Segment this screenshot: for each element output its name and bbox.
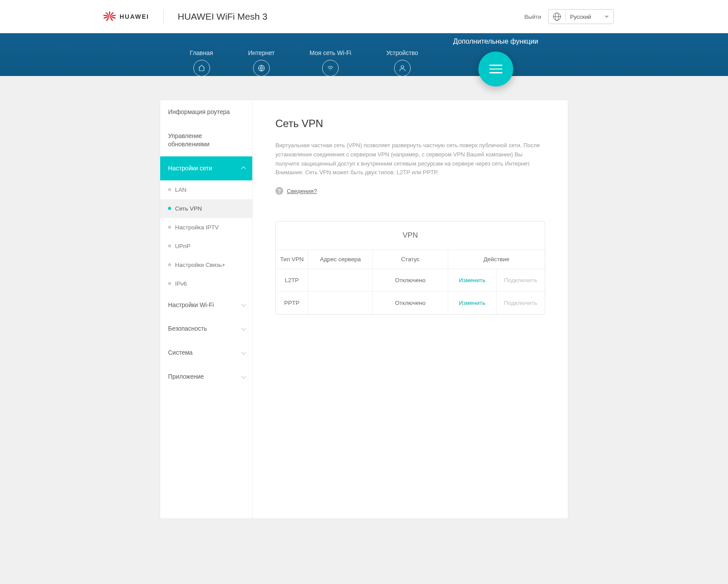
sidebar-system[interactable]: Система bbox=[160, 341, 252, 365]
product-name: HUAWEI WiFi Mesh 3 bbox=[178, 11, 268, 22]
col-type: Тип VPN bbox=[276, 250, 308, 269]
question-icon: ? bbox=[275, 187, 283, 195]
sidebar-security[interactable]: Безопасность bbox=[160, 317, 252, 341]
vpn-table-title: VPN bbox=[276, 221, 545, 249]
cell-type: PPTP bbox=[276, 292, 308, 314]
nav-wifi[interactable]: Моя сеть Wi-Fi bbox=[309, 49, 351, 76]
sidebar-upnp[interactable]: UPnP bbox=[160, 237, 252, 256]
sidebar: Информация роутера Управление обновления… bbox=[160, 100, 253, 518]
home-icon bbox=[193, 60, 210, 76]
logout-link[interactable]: Выйти bbox=[525, 14, 542, 20]
brand-logo: HUAWEI HUAWEI WiFi Mesh 3 bbox=[102, 10, 268, 23]
table-header-row: Тип VPN Адрес сервера Статус Действие bbox=[276, 250, 545, 269]
sidebar-wifi[interactable]: Настройки Wi-Fi bbox=[160, 293, 252, 317]
col-server: Адрес сервера bbox=[308, 250, 373, 269]
sidebar-ipv6[interactable]: IPv6 bbox=[160, 274, 252, 293]
table-row: L2TP Отключено Изменить Подключить bbox=[276, 269, 545, 292]
user-icon bbox=[394, 60, 411, 76]
cell-type: L2TP bbox=[276, 269, 308, 292]
cell-actions: Изменить Подключить bbox=[448, 292, 545, 314]
cell-status: Отключено bbox=[373, 292, 448, 314]
header-divider bbox=[163, 10, 164, 23]
sidebar-iptv[interactable]: Настройка IPTV bbox=[160, 218, 252, 237]
nav-advanced[interactable]: Дополнительные функции bbox=[453, 39, 538, 86]
cell-server bbox=[308, 292, 373, 314]
vpn-table: VPN Тип VPN Адрес сервера Статус Действи… bbox=[275, 221, 545, 314]
content-area: Сеть VPN Виртуальная частная сеть (VPN) … bbox=[253, 100, 568, 518]
help-link-text[interactable]: Сведения? bbox=[287, 188, 317, 194]
cell-actions: Изменить Подключить bbox=[448, 269, 545, 292]
col-status: Статус bbox=[373, 250, 448, 269]
language-label: Русский bbox=[570, 14, 600, 20]
sidebar-lan[interactable]: LAN bbox=[160, 180, 252, 199]
table-row: PPTP Отключено Изменить Подключить bbox=[276, 292, 545, 314]
huawei-logo-icon bbox=[102, 11, 117, 22]
col-action: Действие bbox=[448, 250, 545, 269]
nav-internet[interactable]: Интернет bbox=[248, 49, 275, 76]
nav-home[interactable]: Главная bbox=[190, 49, 213, 76]
globe-nav-icon bbox=[253, 60, 270, 76]
main-container: Информация роутера Управление обновления… bbox=[160, 100, 568, 519]
cell-server bbox=[308, 269, 373, 292]
top-header: HUAWEI HUAWEI WiFi Mesh 3 Выйти Русский bbox=[0, 0, 728, 33]
language-selector[interactable]: Русский bbox=[548, 9, 614, 24]
sidebar-network-settings[interactable]: Настройки сети bbox=[160, 156, 252, 180]
hamburger-icon bbox=[478, 52, 513, 86]
help-link[interactable]: ? Сведения? bbox=[275, 187, 545, 195]
sidebar-linkplus[interactable]: Настройки Связь+ bbox=[160, 256, 252, 274]
cell-status: Отключено bbox=[373, 269, 448, 292]
sidebar-update-mgmt[interactable]: Управление обновлениями bbox=[160, 124, 252, 156]
primary-nav: Главная Интернет Моя сеть Wi-Fi Устройст… bbox=[0, 33, 728, 76]
globe-icon bbox=[553, 13, 561, 21]
svg-point-1 bbox=[401, 66, 404, 68]
sidebar-network-subitems: LAN Сеть VPN Настройка IPTV UPnP Настрой… bbox=[160, 180, 252, 293]
connect-link[interactable]: Подключить bbox=[504, 300, 537, 306]
connect-link[interactable]: Подключить bbox=[504, 277, 537, 283]
sidebar-vpn[interactable]: Сеть VPN bbox=[160, 199, 252, 218]
page-title: Сеть VPN bbox=[275, 117, 545, 130]
sidebar-app[interactable]: Приложение bbox=[160, 365, 252, 389]
brand-text: HUAWEI bbox=[120, 13, 149, 20]
edit-link[interactable]: Изменить bbox=[459, 277, 485, 283]
nav-device[interactable]: Устройство bbox=[386, 49, 418, 76]
chevron-down-icon bbox=[604, 16, 609, 18]
sidebar-router-info[interactable]: Информация роутера bbox=[160, 100, 252, 124]
edit-link[interactable]: Изменить bbox=[459, 300, 485, 306]
wifi-icon bbox=[322, 60, 339, 76]
page-description: Виртуальная частная сеть (VPN) позволяет… bbox=[275, 141, 545, 177]
